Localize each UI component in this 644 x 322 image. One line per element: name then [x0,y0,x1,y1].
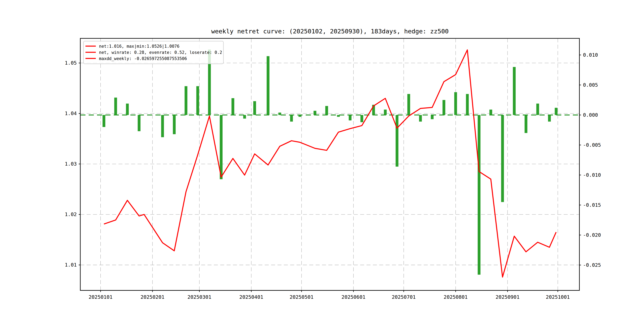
x-axis-tick-label: 20250301 [188,294,211,300]
x-axis-tick-label: 20250801 [444,294,468,300]
weekly-return-bar [454,92,457,115]
weekly-return-bar [138,115,140,132]
weekly-return-bar [360,115,363,122]
y-axis-left-tick-label: 1.03 [65,161,77,167]
weekly-return-bar [267,56,270,115]
weekly-return-bar [161,115,164,137]
weekly-return-bar [489,110,492,115]
y-axis-right-tick-label: -0.015 [583,202,601,208]
y-axis-left-tick-label: 1.02 [65,212,77,217]
x-axis-tick-label: 20250601 [342,294,365,300]
weekly-return-bar [232,98,234,115]
y-axis-right-tick-label: -0.020 [583,232,601,238]
weekly-return-bar [524,115,527,133]
x-axis-tick-label: 20251001 [546,294,570,300]
weekly-return-bar [396,115,398,167]
weekly-return-bar [298,115,301,117]
x-axis-tick-label: 20250101 [89,294,112,300]
weekly-return-bar [548,115,551,122]
weekly-return-bar [314,111,316,115]
x-axis-tick-label: 20250701 [392,294,416,300]
y-axis-right-tick-label: 0.000 [583,112,598,118]
weekly-netret-chart: 2025010120250201202503012025040120250501… [0,0,644,322]
weekly-return-bar [173,115,176,134]
weekly-return-bar [501,115,504,202]
weekly-return-bar [555,108,558,115]
weekly-return-bar [126,104,129,115]
y-axis-left-tick-label: 1.05 [65,60,77,66]
y-axis-right-tick-label: -0.025 [583,262,601,268]
weekly-return-bar [478,115,480,275]
weekly-return-bar [290,115,293,122]
weekly-return-bar [114,98,117,115]
weekly-return-bar [325,106,328,115]
weekly-return-bar [536,104,539,115]
weekly-return-bar [466,94,469,115]
x-axis-tick-label: 20250501 [290,294,314,300]
weekly-return-bar [349,115,352,120]
x-axis-tick-label: 20250201 [140,294,164,300]
weekly-return-bar [185,86,188,115]
weekly-return-bar [243,115,246,119]
weekly-return-bar [442,100,445,115]
weekly-return-bar [278,112,281,115]
y-axis-right-tick-label: -0.010 [583,172,601,178]
y-axis-right-tick-label: -0.005 [583,142,601,148]
y-axis-left-tick-label: 1.01 [65,262,77,268]
y-axis-right-tick-label: 0.005 [583,82,598,88]
weekly-return-bar [419,115,422,122]
weekly-return-bar [253,101,256,115]
weekly-return-bar [196,86,199,115]
y-axis-left-tick-label: 1.04 [65,110,77,116]
weekly-return-bar [513,67,516,115]
weekly-return-bar [337,115,340,117]
x-axis-tick-label: 20250901 [496,294,519,300]
chart-title: weekly netret curve: (20250102, 20250930… [211,28,448,35]
legend-item-label: maxdd_weekly: -0.026597255087553506 [99,56,187,61]
legend-item-label: net, winrate: 0.28, evenrate: 0.52, lose… [99,50,222,55]
weekly-return-bar [431,115,434,119]
legend-item-label: net:1.016, max|min:1.0526|1.0076 [99,44,180,49]
weekly-return-bar [102,115,105,127]
weekly-return-bar [407,94,410,115]
weekly-return-bar [384,110,386,115]
y-axis-right-tick-label: 0.010 [583,52,598,58]
x-axis-tick-label: 20250401 [239,294,263,300]
legend: net:1.016, max|min:1.0526|1.0076net, win… [84,41,224,64]
